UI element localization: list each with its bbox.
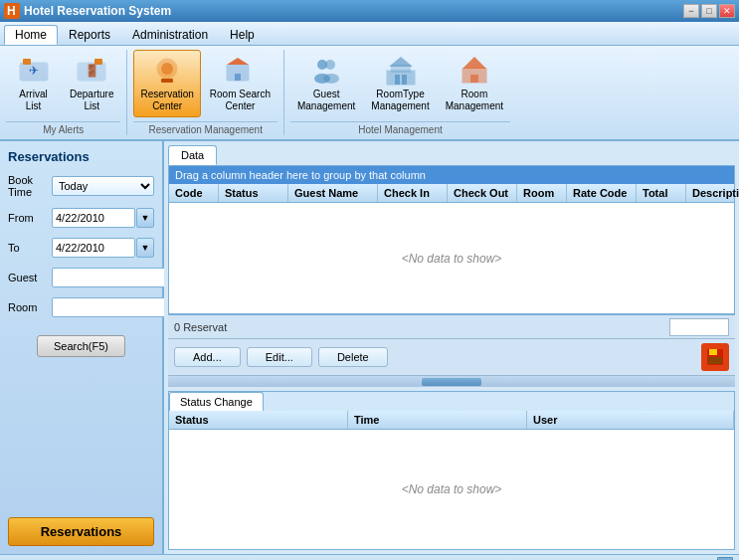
guest-management-button[interactable]: GuestManagement — [290, 50, 362, 117]
col-header-code[interactable]: Code — [169, 184, 219, 202]
col-header-rate-code[interactable]: Rate Code — [567, 184, 637, 202]
title-bar: H Hotel Reservation System − □ ✕ — [0, 0, 739, 22]
reservation-count: 0 Reservat — [174, 321, 669, 333]
action-bar: Add... Edit... Delete — [168, 338, 735, 375]
status-header: Status Time User — [169, 411, 734, 430]
reservation-grid: Drag a column header here to group by th… — [168, 165, 735, 314]
from-row: From ▼ — [8, 208, 154, 228]
toolbar-group-hotel: GuestManagement RoomTypeManagement — [284, 50, 516, 135]
from-date-input[interactable] — [52, 208, 135, 228]
add-button[interactable]: Add... — [174, 347, 241, 367]
departure-list-button[interactable]: 🚪 DepartureList — [63, 50, 120, 117]
menu-bar: Home Reports Administration Help — [0, 22, 739, 46]
book-time-select[interactable]: Today This Week This Month Custom — [52, 176, 154, 196]
toolbar-section-reservation: ReservationCenter Room SearchCenter Rese… — [133, 50, 277, 135]
menu-item-home[interactable]: Home — [4, 25, 58, 45]
room-row: Room — [8, 297, 154, 317]
alerts-section-label: My Alerts — [6, 121, 120, 135]
room-label: Room — [8, 301, 52, 313]
arrival-list-button[interactable]: ✈ ArrivalList — [6, 50, 61, 117]
col-header-description[interactable]: Description — [686, 184, 739, 202]
to-label: To — [8, 242, 52, 254]
menu-item-administration[interactable]: Administration — [121, 25, 219, 45]
room-search-icon — [224, 55, 256, 87]
svg-marker-20 — [389, 57, 413, 67]
status-col-header-user[interactable]: User — [527, 411, 734, 429]
grid-no-data: <No data to show> — [169, 203, 734, 313]
book-time-label: Book Time — [8, 174, 52, 198]
guest-management-label: GuestManagement — [297, 89, 355, 112]
data-tab[interactable]: Data — [168, 145, 217, 165]
departure-icon: 🚪 — [76, 55, 107, 87]
svg-point-15 — [325, 60, 335, 70]
status-indicator — [717, 557, 733, 561]
main-layout: Reservations Book Time Today This Week T… — [0, 141, 739, 554]
to-date-picker-button[interactable]: ▼ — [136, 238, 154, 258]
guest-label: Guest — [8, 272, 52, 283]
grid-footer: 0 Reservat — [168, 314, 735, 338]
drag-hint: Drag a column header here to group by th… — [169, 166, 734, 184]
reservation-center-label: ReservationCenter — [140, 89, 193, 112]
status-col-header-status[interactable]: Status — [169, 411, 348, 429]
svg-text:✈: ✈ — [29, 64, 39, 78]
roomtype-management-label: RoomTypeManagement — [371, 89, 429, 112]
room-search-center-button[interactable]: Room SearchCenter — [203, 50, 277, 117]
status-bar: Hotel Reservation System 3.5(c) 2005-201… — [0, 554, 739, 560]
menu-item-reports[interactable]: Reports — [58, 25, 121, 45]
room-management-button[interactable]: RoomManagement — [439, 50, 510, 117]
grid-footer-input[interactable] — [669, 318, 729, 336]
close-button[interactable]: ✕ — [719, 4, 735, 18]
edit-button[interactable]: Edit... — [247, 347, 312, 367]
to-date-input[interactable] — [52, 238, 135, 258]
reservation-center-icon — [151, 55, 183, 87]
minimize-button[interactable]: − — [683, 4, 699, 18]
sidebar: Reservations Book Time Today This Week T… — [0, 141, 164, 554]
to-date-container: ▼ — [52, 238, 154, 258]
svg-marker-12 — [227, 58, 249, 65]
col-header-check-out[interactable]: Check Out — [448, 184, 517, 202]
room-management-label: RoomManagement — [446, 89, 503, 112]
toolbar: ✈ ArrivalList 🚪 DepartureList — [0, 46, 739, 141]
arrival-list-label: ArrivalList — [19, 89, 47, 112]
from-date-picker-button[interactable]: ▼ — [136, 208, 154, 228]
status-section: Status Change Status Time User <No data … — [168, 391, 735, 550]
room-management-icon — [459, 55, 490, 87]
col-header-check-in[interactable]: Check In — [378, 184, 448, 202]
from-date-container: ▼ — [52, 208, 154, 228]
toolbar-group-alerts: ✈ ArrivalList 🚪 DepartureList — [6, 50, 127, 135]
col-header-status[interactable]: Status — [219, 184, 288, 202]
sidebar-bottom-button[interactable]: Reservations — [8, 517, 154, 546]
roomtype-management-icon — [385, 55, 417, 87]
svg-text:🚪: 🚪 — [85, 63, 99, 78]
to-row: To ▼ — [8, 238, 154, 258]
reservation-section-label: Reservation Management — [133, 121, 277, 135]
col-header-total[interactable]: Total — [637, 184, 686, 202]
maximize-button[interactable]: □ — [701, 4, 717, 18]
svg-rect-21 — [395, 75, 400, 85]
departure-list-label: DepartureList — [70, 89, 113, 112]
menu-item-help[interactable]: Help — [219, 25, 266, 45]
scroll-bar[interactable] — [168, 375, 735, 387]
status-change-tab[interactable]: Status Change — [169, 392, 264, 411]
toolbar-section-hotel: GuestManagement RoomTypeManagement — [290, 50, 510, 135]
reservation-center-button[interactable]: ReservationCenter — [133, 50, 200, 117]
roomtype-management-button[interactable]: RoomTypeManagement — [364, 50, 436, 117]
col-header-room[interactable]: Room — [517, 184, 567, 202]
content-area: Data Drag a column header here to group … — [164, 141, 739, 554]
save-button[interactable] — [701, 343, 729, 371]
room-search-center-label: Room SearchCenter — [210, 89, 271, 112]
svg-marker-24 — [462, 57, 486, 69]
data-tab-bar: Data — [168, 145, 735, 165]
search-button[interactable]: Search(F5) — [37, 335, 125, 357]
svg-point-17 — [323, 74, 339, 84]
svg-rect-10 — [161, 79, 173, 83]
svg-rect-25 — [470, 75, 478, 83]
hotel-section-label: Hotel Management — [290, 121, 510, 135]
app-icon: H — [4, 3, 20, 19]
status-no-data: <No data to show> — [169, 430, 734, 549]
status-tab-bar: Status Change — [169, 392, 734, 411]
status-col-header-time[interactable]: Time — [348, 411, 527, 429]
svg-rect-22 — [402, 75, 407, 85]
col-header-guest-name[interactable]: Guest Name — [288, 184, 378, 202]
delete-button[interactable]: Delete — [318, 347, 388, 367]
